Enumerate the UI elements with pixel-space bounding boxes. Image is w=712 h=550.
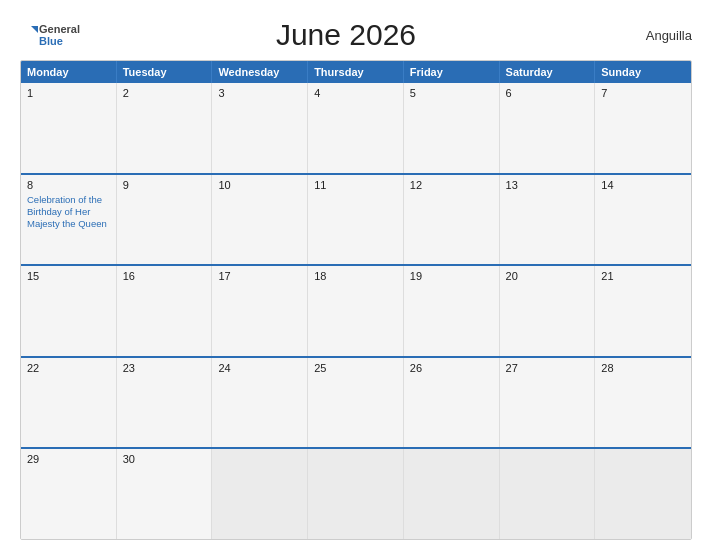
day-16: 16 (117, 266, 213, 356)
month-title: June 2026 (80, 18, 612, 52)
day-7: 7 (595, 83, 691, 173)
calendar-body: 1 2 3 4 5 6 7 8 Celebration of the Birth… (21, 83, 691, 539)
day-21: 21 (595, 266, 691, 356)
header-friday: Friday (404, 61, 500, 83)
header-sunday: Sunday (595, 61, 691, 83)
day-2: 2 (117, 83, 213, 173)
day-4: 4 (308, 83, 404, 173)
day-3: 3 (212, 83, 308, 173)
page-header: General Blue June 2026 Anguilla (20, 18, 692, 52)
day-18: 18 (308, 266, 404, 356)
day-8: 8 Celebration of the Birthday of Her Maj… (21, 175, 117, 265)
week-4: 22 23 24 25 26 27 28 (21, 356, 691, 448)
day-22: 22 (21, 358, 117, 448)
day-6: 6 (500, 83, 596, 173)
day-12: 12 (404, 175, 500, 265)
day-29: 29 (21, 449, 117, 539)
day-17: 17 (212, 266, 308, 356)
header-thursday: Thursday (308, 61, 404, 83)
day-10: 10 (212, 175, 308, 265)
day-1: 1 (21, 83, 117, 173)
header-monday: Monday (21, 61, 117, 83)
calendar-grid: Monday Tuesday Wednesday Thursday Friday… (20, 60, 692, 540)
day-25: 25 (308, 358, 404, 448)
country-label: Anguilla (612, 28, 692, 43)
day-11: 11 (308, 175, 404, 265)
day-19: 19 (404, 266, 500, 356)
logo: General Blue (20, 23, 80, 47)
week-5: 29 30 (21, 447, 691, 539)
day-28: 28 (595, 358, 691, 448)
day-13: 13 (500, 175, 596, 265)
week-1: 1 2 3 4 5 6 7 (21, 83, 691, 173)
day-15: 15 (21, 266, 117, 356)
day-14: 14 (595, 175, 691, 265)
day-24: 24 (212, 358, 308, 448)
header-saturday: Saturday (500, 61, 596, 83)
day-empty-7 (595, 449, 691, 539)
week-2: 8 Celebration of the Birthday of Her Maj… (21, 173, 691, 265)
calendar-page: General Blue June 2026 Anguilla Monday T… (0, 0, 712, 550)
day-9: 9 (117, 175, 213, 265)
calendar-header: Monday Tuesday Wednesday Thursday Friday… (21, 61, 691, 83)
day-empty-4 (308, 449, 404, 539)
day-23: 23 (117, 358, 213, 448)
day-27: 27 (500, 358, 596, 448)
day-5: 5 (404, 83, 500, 173)
day-empty-3 (212, 449, 308, 539)
svg-marker-0 (31, 26, 38, 33)
day-30: 30 (117, 449, 213, 539)
day-empty-6 (500, 449, 596, 539)
event-queen-birthday: Celebration of the Birthday of Her Majes… (27, 194, 110, 231)
day-empty-5 (404, 449, 500, 539)
day-26: 26 (404, 358, 500, 448)
week-3: 15 16 17 18 19 20 21 (21, 264, 691, 356)
day-20: 20 (500, 266, 596, 356)
header-tuesday: Tuesday (117, 61, 213, 83)
header-wednesday: Wednesday (212, 61, 308, 83)
